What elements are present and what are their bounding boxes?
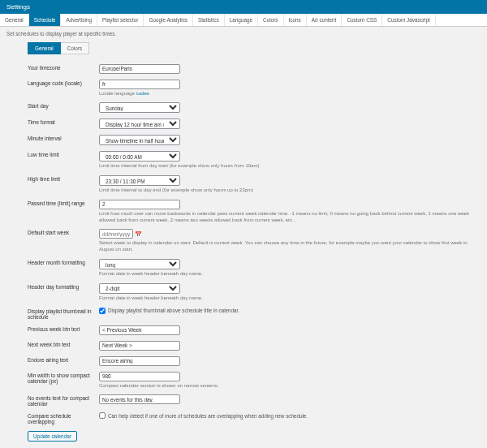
dispthumb-checkbox[interactable] <box>99 308 106 314</box>
minwidth-input[interactable] <box>99 372 180 381</box>
prevbtn-input[interactable] <box>99 325 180 335</box>
nextbtn-input[interactable] <box>99 341 180 351</box>
settings-form: Your timezone Language code (locale) Loc… <box>0 61 487 446</box>
hmonth-help: Format date in week header beneath day n… <box>99 271 481 278</box>
label-encore: Endore airing text <box>28 356 99 363</box>
passedrange-input[interactable] <box>99 200 180 209</box>
update-button[interactable]: Update calendar <box>28 431 77 442</box>
subtab-general[interactable]: General <box>28 42 61 54</box>
label-hmonth: Header month formatting <box>28 259 99 265</box>
calendar-icon[interactable]: 📅 <box>135 231 142 237</box>
label-dispthumb: Display playlist thumbnail in schedule <box>28 308 99 320</box>
label-startday: Start day <box>28 102 99 109</box>
defstart-help: Select week to display in calendar on st… <box>99 240 481 253</box>
tab-custom-js[interactable]: Custom Javascript <box>382 14 436 26</box>
tab-statistics[interactable]: Statistics <box>193 14 225 26</box>
encore-input[interactable] <box>99 356 180 366</box>
overlap-checkbox[interactable] <box>99 412 106 419</box>
hightime-select[interactable]: 23:30 / 11:30 PM <box>99 175 180 186</box>
label-defstart: Default start week <box>28 229 99 235</box>
tab-language[interactable]: Language <box>225 14 258 26</box>
langcode-link[interactable]: codes <box>136 91 149 96</box>
label-timezone: Your timezone <box>28 64 99 71</box>
headermonth-select[interactable]: long <box>99 259 180 269</box>
noevents-input[interactable] <box>99 394 180 404</box>
page-title: Settings <box>0 0 487 14</box>
label-overlap: Compare schedule overlapping <box>28 412 99 424</box>
passedrange-help: Limit how much user can move backwards i… <box>99 211 481 224</box>
dispthumb-cblabel: Display playlist thumbnail above schedul… <box>108 308 239 313</box>
label-hightime: High time limit <box>28 175 99 182</box>
tab-custom-css[interactable]: Custom CSS <box>342 14 382 26</box>
tab-playlist-selector[interactable]: Playlist selector <box>97 14 144 26</box>
minwidth-help: Compact calendar version is shown on nar… <box>99 383 481 390</box>
tab-google-analytics[interactable]: Google Analytics <box>144 14 193 26</box>
overlap-cblabel: Can help detect if one of more of schedu… <box>108 413 308 419</box>
label-noevents: No events text for compact calendar <box>28 394 99 407</box>
label-lowtime: Low time limit <box>28 151 99 157</box>
tab-schedule[interactable]: Schedule <box>29 14 62 26</box>
label-hday: Header day formatting <box>28 283 99 290</box>
tab-ad-content[interactable]: Ad content <box>307 14 343 26</box>
lowtime-help: Limit time interval from day start (for … <box>99 163 481 170</box>
startday-select[interactable]: Sunday <box>99 102 180 113</box>
label-minwidth: Min width to show compact calendar (px) <box>28 372 99 384</box>
subtab-colors[interactable]: Colors <box>61 42 89 54</box>
headerday-select[interactable]: 2-digit <box>99 283 180 294</box>
label-timefmt: Time format <box>28 118 99 125</box>
label-passedrange: Passed time (limit) range <box>28 200 99 206</box>
timezone-input[interactable] <box>99 64 180 74</box>
hightime-help: Limit time interval to day end (for exam… <box>99 187 481 194</box>
label-mininterval: Minute interval <box>28 135 99 141</box>
tab-general[interactable]: General <box>0 14 29 26</box>
label-langcode: Language code (locale) <box>28 80 99 86</box>
label-prevbtn: Previous week btn text <box>28 325 99 332</box>
tab-icons[interactable]: Icons <box>284 14 307 26</box>
label-nextbtn: Next week btn text <box>28 341 99 347</box>
tab-colors[interactable]: Colors <box>258 14 283 26</box>
langcode-input[interactable] <box>99 80 180 89</box>
timeformat-select[interactable]: Display 12 hour time am / pm <box>99 118 180 129</box>
defaultstart-date[interactable] <box>99 229 133 239</box>
lowtime-select[interactable]: 00:00 / 0:00 AM <box>99 151 180 162</box>
main-tabs: General Schedule Advertising Playlist se… <box>0 14 487 27</box>
sub-tabs: General Colors <box>28 42 487 54</box>
tab-description: Set schedules to display player at speci… <box>0 27 487 41</box>
tab-advertising[interactable]: Advertising <box>61 14 97 26</box>
langcode-help: Locale language codes <box>99 91 481 97</box>
minuteinterval-select[interactable]: Show timeline in half hour interval (eve… <box>99 135 180 145</box>
hday-help: Format date in week header beneath day n… <box>99 295 481 302</box>
